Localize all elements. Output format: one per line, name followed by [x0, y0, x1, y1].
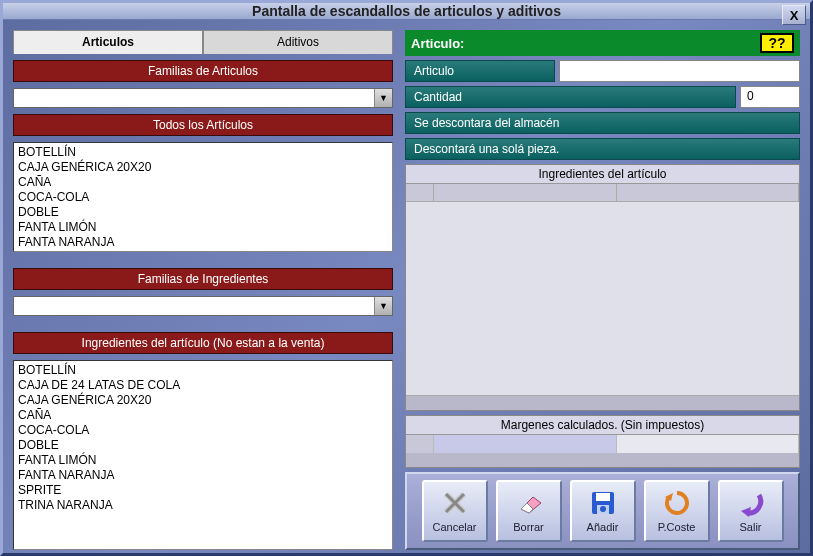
left-column: Articulos Aditivos Familias de Articulos… [13, 30, 393, 550]
descontara-almacen-button[interactable]: Se descontara del almacén [405, 112, 800, 134]
help-button[interactable]: ?? [760, 33, 794, 53]
action-bar: Cancelar Borrar Añadir [405, 472, 800, 550]
list-item[interactable]: FANTA NARANJA [18, 235, 388, 250]
list-item[interactable]: CAJA DE 24 LATAS DE COLA [18, 378, 388, 393]
grid-head-cell[interactable] [434, 184, 617, 201]
borrar-button[interactable]: Borrar [496, 480, 562, 542]
refresh-icon [662, 489, 692, 517]
cancelar-button[interactable]: Cancelar [422, 480, 488, 542]
pcoste-label: P.Coste [658, 521, 696, 533]
ingredientes-listbox[interactable]: BOTELLÍNCAJA DE 24 LATAS DE COLACAJA GEN… [13, 360, 393, 550]
grid-head-cell[interactable] [406, 184, 434, 201]
margenes-grid-title: Margenes calculados. (Sin impuestos) [406, 416, 799, 435]
right-column: Articulo: ?? Articulo Cantidad 0 Se desc… [405, 30, 800, 550]
ingredientes-grid-head [406, 184, 799, 202]
articulo-value[interactable] [559, 60, 800, 82]
floppy-disk-icon [588, 489, 618, 517]
familias-ingredientes-input[interactable] [14, 297, 374, 315]
salir-label: Salir [739, 521, 761, 533]
list-item[interactable]: FANTA LIMÓN [18, 220, 388, 235]
cantidad-label: Cantidad [405, 86, 736, 108]
articulo-header: Articulo: ?? [405, 30, 800, 56]
list-item[interactable]: FANTA LIMÓN [18, 453, 388, 468]
svg-rect-3 [596, 493, 610, 501]
list-item[interactable]: CAJA GENÉRICA 20X20 [18, 393, 388, 408]
list-item[interactable]: DOBLE [18, 205, 388, 220]
familias-ingredientes-combo[interactable]: ▼ [13, 296, 393, 316]
list-item[interactable]: COCA-COLA [18, 423, 388, 438]
main-window: Pantalla de escandallos de articulos y a… [0, 0, 813, 556]
articulo-label: Articulo [405, 60, 555, 82]
list-item[interactable]: DOBLE [18, 438, 388, 453]
list-item[interactable]: BOTELLÍN [18, 363, 388, 378]
table-row[interactable] [406, 435, 799, 453]
cancelar-label: Cancelar [432, 521, 476, 533]
tab-aditivos[interactable]: Aditivos [203, 30, 393, 54]
list-item[interactable]: TRINA NARANJA [18, 498, 388, 513]
content-area: Articulos Aditivos Familias de Articulos… [3, 20, 810, 556]
todos-articulos-header: Todos los Artículos [13, 114, 393, 136]
window-title: Pantalla de escandallos de articulos y a… [252, 3, 561, 19]
ingredientes-grid-footer [406, 396, 799, 410]
cantidad-value[interactable]: 0 [740, 86, 800, 108]
list-item[interactable]: CAÑA [18, 408, 388, 423]
chevron-down-icon[interactable]: ▼ [374, 297, 392, 315]
grid-cell [406, 435, 434, 453]
ingredientes-grid-title: Ingredientes del artículo [406, 165, 799, 184]
salir-button[interactable]: Salir [718, 480, 784, 542]
ingredientes-grid-body[interactable] [406, 202, 799, 396]
grid-head-cell[interactable] [617, 184, 800, 201]
tab-bar: Articulos Aditivos [13, 30, 393, 54]
descontara-pieza-button[interactable]: Descontará una solá pieza. [405, 138, 800, 160]
cancel-x-icon [440, 489, 470, 517]
list-item[interactable]: COCA-COLA [18, 190, 388, 205]
grid-cell [617, 435, 800, 453]
grid-cell [434, 435, 617, 453]
familias-ingredientes-header: Familias de Ingredientes [13, 268, 393, 290]
list-item[interactable]: SPRITE [18, 483, 388, 498]
pcoste-button[interactable]: P.Coste [644, 480, 710, 542]
borrar-label: Borrar [513, 521, 544, 533]
titlebar: Pantalla de escandallos de articulos y a… [3, 3, 810, 20]
articulos-listbox[interactable]: BOTELLÍNCAJA GENÉRICA 20X20CAÑACOCA-COLA… [13, 142, 393, 252]
close-button[interactable]: X [782, 5, 806, 25]
margenes-grid: Margenes calculados. (Sin impuestos) [405, 415, 800, 468]
anadir-label: Añadir [587, 521, 619, 533]
tab-articulos[interactable]: Articulos [13, 30, 203, 54]
ingredientes-header: Ingredientes del artículo (No estan a la… [13, 332, 393, 354]
list-item[interactable]: BOTELLÍN [18, 145, 388, 160]
list-item[interactable]: CAJA GENÉRICA 20X20 [18, 160, 388, 175]
familias-articulos-combo[interactable]: ▼ [13, 88, 393, 108]
ingredientes-grid: Ingredientes del artículo [405, 164, 800, 411]
exit-arrow-icon [736, 489, 766, 517]
list-item[interactable]: CAÑA [18, 175, 388, 190]
list-item[interactable]: FANTA NARANJA [18, 468, 388, 483]
chevron-down-icon[interactable]: ▼ [374, 89, 392, 107]
margenes-grid-footer [406, 453, 799, 467]
familias-articulos-input[interactable] [14, 89, 374, 107]
articulo-header-label: Articulo: [411, 36, 464, 51]
svg-point-5 [600, 506, 606, 512]
familias-articulos-header: Familias de Articulos [13, 60, 393, 82]
eraser-icon [514, 489, 544, 517]
anadir-button[interactable]: Añadir [570, 480, 636, 542]
